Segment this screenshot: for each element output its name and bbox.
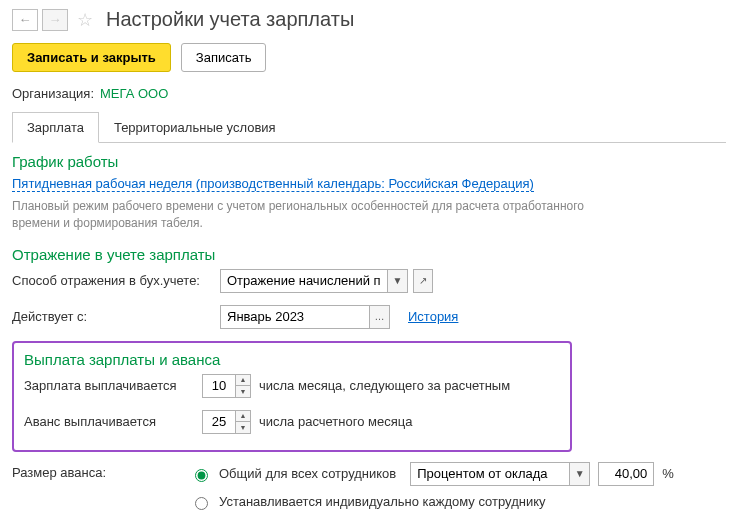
caret-down-icon: ▼ bbox=[240, 388, 247, 395]
effective-from-label: Действует с: bbox=[12, 309, 212, 324]
arrow-left-icon: ← bbox=[19, 12, 32, 27]
nav-forward-button[interactable]: → bbox=[42, 9, 68, 31]
advance-day-input[interactable] bbox=[202, 410, 236, 434]
favorite-button[interactable]: ☆ bbox=[74, 9, 96, 31]
section-schedule-title: График работы bbox=[12, 153, 726, 170]
advance-individual-radio[interactable] bbox=[195, 497, 208, 510]
caret-up-icon: ▲ bbox=[240, 376, 247, 383]
section-accounting-title: Отражение в учете зарплаты bbox=[12, 246, 726, 263]
arrow-right-icon: → bbox=[49, 12, 62, 27]
caret-up-icon: ▲ bbox=[240, 412, 247, 419]
org-label: Организация: bbox=[12, 86, 94, 101]
effective-from-picker-button[interactable]: … bbox=[370, 305, 390, 329]
accounting-method-input[interactable] bbox=[220, 269, 388, 293]
advance-day-up-button[interactable]: ▲ bbox=[236, 411, 250, 422]
payout-highlight-box: Выплата зарплаты и аванса Зарплата выпла… bbox=[12, 341, 572, 452]
advance-day-suffix: числа расчетного месяца bbox=[259, 414, 412, 429]
salary-day-input[interactable] bbox=[202, 374, 236, 398]
schedule-link[interactable]: Пятидневная рабочая неделя (производстве… bbox=[12, 176, 534, 192]
chevron-down-icon: ▼ bbox=[393, 275, 403, 286]
salary-paid-label: Зарплата выплачивается bbox=[24, 378, 194, 393]
advance-percent-value-input[interactable] bbox=[598, 462, 654, 486]
advance-common-label: Общий для всех сотрудников bbox=[219, 466, 396, 481]
advance-percent-type-input[interactable] bbox=[410, 462, 570, 486]
caret-down-icon: ▼ bbox=[240, 424, 247, 431]
accounting-method-open-button[interactable]: ↗ bbox=[413, 269, 433, 293]
history-link[interactable]: История bbox=[408, 309, 458, 324]
advance-individual-label: Устанавливается индивидуально каждому со… bbox=[219, 494, 546, 509]
accounting-method-label: Способ отражения в бух.учете: bbox=[12, 273, 212, 288]
org-link[interactable]: МЕГА ООО bbox=[100, 86, 168, 101]
chevron-down-icon: ▼ bbox=[575, 468, 585, 479]
save-and-close-button[interactable]: Записать и закрыть bbox=[12, 43, 171, 72]
accounting-method-dropdown-button[interactable]: ▼ bbox=[388, 269, 408, 293]
save-button[interactable]: Записать bbox=[181, 43, 267, 72]
open-external-icon: ↗ bbox=[419, 275, 427, 286]
salary-day-suffix: числа месяца, следующего за расчетным bbox=[259, 378, 510, 393]
page-title: Настройки учета зарплаты bbox=[106, 8, 354, 31]
advance-paid-label: Аванс выплачивается bbox=[24, 414, 194, 429]
advance-common-radio[interactable] bbox=[195, 469, 208, 482]
section-payout-title: Выплата зарплаты и аванса bbox=[24, 351, 560, 368]
salary-day-up-button[interactable]: ▲ bbox=[236, 375, 250, 386]
star-icon: ☆ bbox=[77, 9, 93, 31]
schedule-help: Плановый режим рабочего времени с учетом… bbox=[12, 198, 612, 232]
percent-sign: % bbox=[662, 466, 674, 481]
nav-back-button[interactable]: ← bbox=[12, 9, 38, 31]
advance-percent-type-dropdown-button[interactable]: ▼ bbox=[570, 462, 590, 486]
tab-territorial[interactable]: Территориальные условия bbox=[99, 112, 291, 143]
advance-size-label: Размер аванса: bbox=[12, 462, 182, 480]
ellipsis-icon: … bbox=[375, 311, 385, 322]
advance-day-down-button[interactable]: ▼ bbox=[236, 422, 250, 433]
salary-day-down-button[interactable]: ▼ bbox=[236, 386, 250, 397]
tab-salary[interactable]: Зарплата bbox=[12, 112, 99, 143]
effective-from-input[interactable] bbox=[220, 305, 370, 329]
